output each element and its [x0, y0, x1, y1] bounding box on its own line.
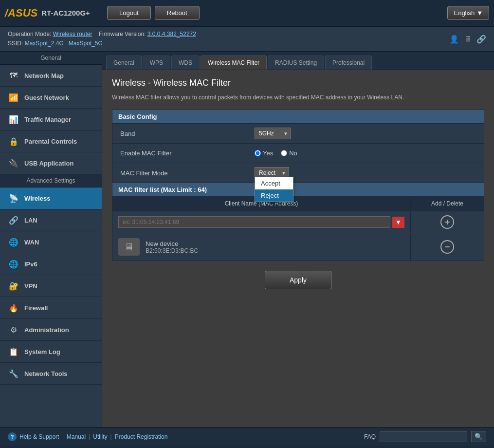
ipv6-icon: 🌐 — [8, 258, 19, 270]
wireless-icon: 📡 — [8, 192, 19, 204]
network-map-icon: 🗺 — [8, 70, 19, 81]
sidebar-item-firewall[interactable]: 🔥 Firewall — [0, 297, 102, 319]
faq-search-input[interactable] — [380, 431, 467, 442]
main-layout: General 🗺 Network Map 📶 Guest Network 📊 … — [0, 52, 494, 427]
device-mac-0: B2:50:3E:D3:BC:BC — [146, 247, 198, 254]
mac-filter-mode-value-cell: Accept Reject Accept Reject — [249, 163, 484, 183]
remove-mac-button-0[interactable]: − — [440, 240, 454, 254]
logout-button[interactable]: Logout — [107, 6, 151, 20]
faq-search-button[interactable]: 🔍 — [471, 431, 486, 442]
band-select-wrapper: 2.4GHz 5GHz — [255, 128, 291, 139]
device-name-0: New device — [146, 240, 198, 247]
parental-controls-icon: 🔒 — [8, 135, 19, 147]
share-icon[interactable]: 🔗 — [476, 35, 486, 44]
model-name: RT-AC1200G+ — [41, 9, 90, 17]
mac-filter-list-section: MAC filter list (Max Limit : 64) Client … — [112, 183, 484, 261]
firmware-label: Firmware Version: — [99, 31, 146, 37]
firmware-version-link[interactable]: 3.0.0.4.382_52272 — [147, 31, 196, 37]
tab-general[interactable]: General — [106, 56, 142, 70]
sidebar-item-ipv6[interactable]: 🌐 IPv6 — [0, 253, 102, 275]
tab-radius-setting[interactable]: RADIUS Setting — [268, 56, 324, 70]
advanced-section-title: Advanced Settings — [0, 174, 102, 187]
sidebar: General 🗺 Network Map 📶 Guest Network 📊 … — [0, 52, 102, 427]
monitor-icon[interactable]: 🖥 — [464, 35, 472, 44]
sidebar-item-usb-application[interactable]: 🔌 USB Application — [0, 152, 102, 174]
utility-link[interactable]: Utility — [93, 433, 107, 440]
tab-wds[interactable]: WDS — [171, 56, 200, 70]
sidebar-item-vpn[interactable]: 🔐 VPN — [0, 275, 102, 297]
mac-filter-no-label[interactable]: No — [281, 149, 297, 157]
user-icon[interactable]: 👤 — [449, 35, 459, 44]
ssid-2g-link[interactable]: MaxSpot_2.4G — [25, 40, 64, 47]
sidebar-label-system-log: System Log — [24, 348, 60, 355]
sidebar-label-firewall: Firewall — [24, 304, 48, 312]
page-title: Wireless - Wireless MAC Filter — [112, 78, 484, 88]
mac-filter-yes-label[interactable]: Yes — [255, 149, 273, 157]
mac-address-input[interactable] — [118, 216, 390, 228]
language-selector[interactable]: English ▼ — [447, 6, 489, 20]
sidebar-label-lan: LAN — [24, 217, 37, 224]
enable-mac-filter-label: Enable MAC Filter — [112, 146, 249, 161]
logo-area: /ASUS RT-AC1200G+ — [5, 7, 107, 19]
mac-filter-mode-dropdown: Accept Reject — [255, 177, 293, 202]
operation-mode-label: Operation Mode: — [8, 31, 51, 37]
sidebar-item-network-tools[interactable]: 🔧 Network Tools — [0, 363, 102, 385]
sidebar-item-wireless[interactable]: 📡 Wireless — [0, 187, 102, 209]
chevron-down-icon: ▼ — [476, 9, 483, 17]
enable-mac-filter-row: Enable MAC Filter Yes No — [112, 143, 484, 163]
band-select[interactable]: 2.4GHz 5GHz — [255, 128, 291, 139]
sidebar-label-network-map: Network Map — [24, 72, 64, 79]
mac-filter-mode-label: MAC Filter Mode — [112, 166, 249, 181]
separator-1: | — [89, 433, 90, 440]
mac-filter-no-text: No — [289, 149, 297, 157]
sidebar-label-administration: Administration — [24, 326, 69, 334]
mac-filter-yes-radio[interactable] — [255, 150, 261, 156]
mac-input-cell: ▼ — [112, 212, 411, 232]
sidebar-item-lan[interactable]: 🔗 LAN — [0, 209, 102, 231]
mac-input-row: ▼ + — [112, 211, 484, 233]
page-content: Wireless - Wireless MAC Filter Wireless … — [102, 70, 494, 427]
sidebar-item-administration[interactable]: ⚙ Administration — [0, 319, 102, 341]
mac-device-cell-0: 🖥 New device B2:50:3E:D3:BC:BC — [112, 233, 411, 261]
faq-label: FAQ — [364, 433, 376, 440]
ssid-5g-link[interactable]: MaxSpot_5G — [69, 40, 103, 47]
product-registration-link[interactable]: Product Registration — [115, 433, 168, 440]
reboot-button[interactable]: Reboot — [155, 6, 200, 20]
manual-link[interactable]: Manual — [67, 433, 86, 440]
sidebar-item-system-log[interactable]: 📋 System Log — [0, 341, 102, 363]
page-description: Wireless MAC filter allows you to contro… — [112, 93, 484, 102]
dropdown-option-accept[interactable]: Accept — [255, 177, 293, 189]
add-mac-button[interactable]: + — [440, 215, 454, 229]
language-label: English — [454, 9, 475, 17]
ssid-label: SSID: — [8, 40, 23, 47]
info-text: Operation Mode: Wireless router Firmware… — [8, 30, 196, 48]
operation-mode-link[interactable]: Wireless router — [53, 31, 92, 37]
basic-config-title: Basic Config — [112, 110, 484, 123]
apply-button[interactable]: Apply — [265, 271, 331, 289]
sidebar-item-guest-network[interactable]: 📶 Guest Network — [0, 87, 102, 109]
help-icon: ? — [8, 432, 17, 441]
wan-icon: 🌐 — [8, 236, 19, 248]
sidebar-label-wan: WAN — [24, 239, 39, 246]
tab-wps[interactable]: WPS — [143, 56, 170, 70]
footer-faq: FAQ 🔍 — [364, 431, 486, 442]
sidebar-item-network-map[interactable]: 🗺 Network Map — [0, 65, 102, 87]
device-info-0: New device B2:50:3E:D3:BC:BC — [146, 240, 198, 254]
tab-professional[interactable]: Professional — [325, 56, 372, 70]
mac-dropdown-button[interactable]: ▼ — [392, 217, 404, 228]
general-section-title: General — [0, 52, 102, 65]
guest-network-icon: 📶 — [8, 92, 19, 103]
sidebar-label-traffic-manager: Traffic Manager — [24, 116, 71, 123]
separator-2: | — [110, 433, 112, 440]
sidebar-item-wan[interactable]: 🌐 WAN — [0, 231, 102, 253]
header: /ASUS RT-AC1200G+ Logout Reboot English … — [0, 0, 494, 27]
mac-filter-list-title: MAC filter list (Max Limit : 64) — [112, 183, 484, 196]
header-buttons: Logout Reboot — [107, 6, 447, 20]
dropdown-option-reject[interactable]: Reject — [255, 189, 293, 202]
sidebar-item-parental-controls[interactable]: 🔒 Parental Controls — [0, 131, 102, 152]
help-support-link[interactable]: Help & Support — [19, 433, 59, 440]
sidebar-label-vpn: VPN — [24, 282, 37, 290]
sidebar-item-traffic-manager[interactable]: 📊 Traffic Manager — [0, 109, 102, 131]
tab-wireless-mac-filter[interactable]: Wireless MAC Filter — [201, 56, 267, 70]
mac-filter-no-radio[interactable] — [281, 150, 287, 156]
